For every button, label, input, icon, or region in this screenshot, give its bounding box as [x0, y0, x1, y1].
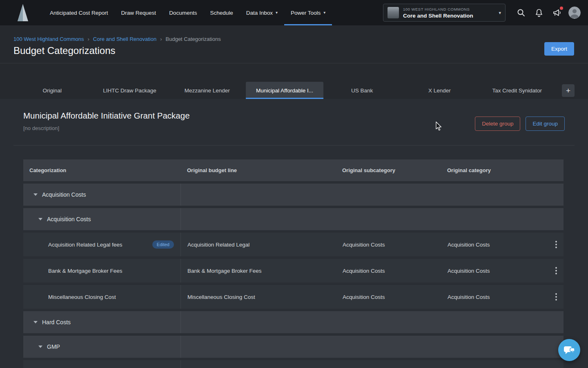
caret-down-icon[interactable] — [33, 321, 38, 323]
group-row[interactable]: Hard Costs — [23, 311, 564, 333]
group-row[interactable]: Acquisition Costs — [23, 184, 564, 206]
group-row[interactable]: Acquisition Costs — [23, 208, 564, 230]
tab-lihtc-draw-package[interactable]: LIHTC Draw Package — [91, 82, 169, 99]
tab-municipal-affordable[interactable]: Municipal Affordable I... — [246, 82, 323, 99]
group-row[interactable]: GMP — [23, 336, 564, 358]
categorization-cell: Acquisition Related Legal fees Edited — [23, 233, 180, 256]
group-row-spacer — [180, 184, 564, 206]
nav-anticipated-cost-report[interactable]: Anticipated Cost Report — [43, 0, 115, 25]
group-row-label: Hard Costs — [42, 319, 71, 325]
group-actions: Delete group Edit group — [475, 117, 565, 132]
group-row-spacer — [180, 311, 564, 333]
table-row-partial — [23, 360, 564, 368]
edit-group-button[interactable]: Edit group — [526, 117, 565, 131]
breadcrumb-phase-link[interactable]: Core and Shell Renovation — [93, 36, 156, 42]
project-thumbnail — [388, 7, 399, 18]
app-logo[interactable] — [16, 3, 29, 22]
tab-mezzanine-lender[interactable]: Mezzanine Lender — [168, 82, 246, 99]
breadcrumb: 100 West Highland Commons › Core and She… — [13, 25, 575, 42]
logo-icon — [16, 3, 29, 22]
search-icon — [516, 8, 526, 18]
row-menu-button[interactable] — [539, 285, 564, 309]
nav-documents[interactable]: Documents — [163, 0, 203, 25]
nav-label: Power Tools — [291, 10, 321, 16]
budget-line-cell: Acquisition Related Legal — [181, 242, 336, 248]
nav-label: Documents — [169, 10, 197, 16]
nav-power-tools[interactable]: Power Tools ▾ — [284, 0, 332, 25]
row-menu-button[interactable] — [539, 233, 564, 256]
categorization-cell: Bank & Mortgage Broker Fees — [23, 259, 180, 283]
project-selector-text: 100 WEST HIGHLAND COMMONS Core and Shell… — [403, 7, 495, 19]
group-row-label: GMP — [47, 343, 60, 350]
edited-badge: Edited — [152, 240, 174, 249]
col-header-original-category: Original category — [441, 167, 539, 173]
tab-tax-credit-synidator[interactable]: Tax Credit Synidator — [478, 82, 556, 99]
kebab-icon — [555, 293, 557, 301]
table-row: Bank & Mortgage Broker Fees Bank & Mortg… — [23, 259, 564, 283]
subcategory-cell: Acquisition Costs — [336, 268, 441, 274]
breadcrumb-current: Budget Categorizations — [166, 36, 221, 42]
nav-data-inbox[interactable]: Data Inbox ▾ — [240, 0, 284, 25]
add-group-button[interactable]: + — [562, 84, 575, 97]
nav-label: Draw Request — [121, 10, 156, 16]
bell-icon — [534, 8, 544, 18]
nav-label: Data Inbox — [246, 10, 273, 16]
breadcrumb-project-link[interactable]: 100 West Highland Commons — [13, 36, 84, 42]
col-header-categorization: Categorization — [23, 167, 180, 173]
chevron-down-icon: ▾ — [276, 11, 278, 15]
chevron-down-icon: ▾ — [499, 10, 501, 16]
chat-widget-button[interactable] — [558, 339, 580, 361]
kebab-icon — [555, 267, 557, 274]
chevron-down-icon: ▾ — [323, 11, 325, 15]
col-header-original-budget-line: Original budget line — [180, 167, 336, 173]
breadcrumb-separator: › — [160, 36, 162, 42]
tab-original[interactable]: Original — [13, 82, 91, 99]
project-name: 100 WEST HIGHLAND COMMONS — [403, 7, 495, 11]
table-row: Acquisition Related Legal fees Edited Ac… — [23, 233, 564, 256]
export-button[interactable]: Export — [544, 42, 574, 56]
col-header-original-subcategory: Original subcategory — [336, 167, 441, 173]
caret-down-icon[interactable] — [33, 193, 38, 196]
nav-label: Schedule — [210, 10, 233, 16]
topbar: Anticipated Cost Report Draw Request Doc… — [0, 0, 588, 25]
group-title: Municipal Affordable Initiative Grant Pa… — [23, 110, 190, 121]
table-row: Miscellaneous Closing Cost Miscellaneous… — [23, 285, 564, 309]
tab-x-lender[interactable]: X Lender — [401, 82, 479, 99]
budget-line-cell: Miscellaneous Closing Cost — [181, 294, 336, 300]
page-root: { "colors": { "accent": "#4a90e2", "dang… — [0, 0, 588, 368]
categorization-label: Miscellaneous Closing Cost — [48, 294, 116, 300]
categorization-label: Bank & Mortgage Broker Fees — [48, 268, 122, 274]
group-description: [no description] — [23, 125, 190, 132]
announcements-button[interactable] — [548, 4, 566, 22]
subcategory-cell: Acquisition Costs — [336, 242, 441, 248]
budget-line-cell: Bank & Mortgage Broker Fees — [181, 268, 336, 274]
row-menu-button[interactable] — [539, 259, 564, 283]
avatar[interactable] — [568, 7, 581, 19]
category-cell: Acquisition Costs — [441, 294, 539, 300]
section-divider — [13, 145, 575, 146]
group-row-label: Acquisition Costs — [47, 216, 91, 222]
delete-group-button[interactable]: Delete group — [475, 117, 520, 131]
chat-icon — [564, 345, 575, 355]
nav-schedule[interactable]: Schedule — [203, 0, 239, 25]
notification-dot — [560, 7, 563, 10]
notifications-button[interactable] — [530, 4, 548, 22]
primary-nav: Anticipated Cost Report Draw Request Doc… — [43, 0, 332, 25]
nav-draw-request[interactable]: Draw Request — [115, 0, 163, 25]
categorization-label: Acquisition Related Legal fees — [48, 242, 122, 248]
table-header-row: Categorization Original budget line Orig… — [23, 159, 564, 181]
group-row-spacer — [180, 208, 564, 230]
avatar-icon — [568, 7, 581, 19]
group-row-label: Acquisition Costs — [42, 191, 86, 198]
project-selector[interactable]: 100 WEST HIGHLAND COMMONS Core and Shell… — [383, 4, 506, 22]
category-cell: Acquisition Costs — [441, 242, 539, 248]
category-cell: Acquisition Costs — [441, 268, 539, 274]
tab-us-bank[interactable]: US Bank — [323, 82, 401, 99]
group-header-text: Municipal Affordable Initiative Grant Pa… — [23, 110, 190, 132]
group-row-spacer — [180, 336, 564, 358]
caret-down-icon[interactable] — [38, 346, 42, 348]
categorization-cell: Miscellaneous Closing Cost — [23, 285, 180, 309]
search-button[interactable] — [512, 4, 530, 22]
page-header: 100 West Highland Commons › Core and She… — [0, 25, 588, 63]
caret-down-icon[interactable] — [38, 218, 42, 220]
